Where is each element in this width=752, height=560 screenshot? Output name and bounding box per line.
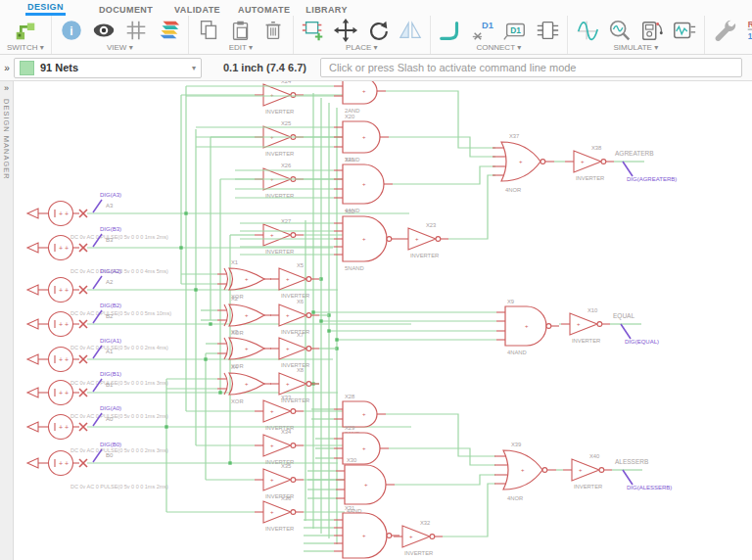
output-net-ALESSERB[interactable]: ALESSERBDIG(ALESSERB)	[615, 458, 672, 490]
gate-X26[interactable]: +X26INVERTER	[220, 163, 345, 199]
wire[interactable]	[395, 475, 495, 485]
group-label-place[interactable]: PLACE ▾	[346, 43, 377, 54]
group-label-simulate[interactable]: SIMULATE ▾	[613, 43, 658, 54]
group-label-view[interactable]: VIEW ▾	[107, 43, 133, 54]
group-edit: EDIT ▾	[189, 16, 294, 54]
probe-icon[interactable]	[607, 18, 633, 43]
gate-X36[interactable]: +X36INVERTER	[166, 495, 345, 532]
delete-icon[interactable]	[260, 18, 286, 43]
group-modify: R210k MODIFY ▾	[705, 16, 752, 54]
sine-wave-icon[interactable]	[575, 18, 600, 43]
svg-text:X25: X25	[281, 120, 291, 126]
switch-project-icon[interactable]	[13, 18, 38, 43]
svg-text:X3: X3	[231, 329, 238, 335]
schematic-canvas[interactable]: + +DIG(A3)A3DC 0v AC 0 PULSE(0 5v 0 0 0 …	[14, 81, 752, 560]
wire-junction	[194, 288, 197, 291]
grid-coordinates-readout: 0.1 inch (7.4 6.7)	[223, 62, 306, 73]
output-net-AGREATERB[interactable]: AGREATERBDIG(AGREATERB)	[615, 150, 677, 182]
mirror-icon[interactable]	[398, 18, 423, 43]
svg-text:X10: X10	[588, 307, 597, 313]
svg-text:X7: X7	[297, 332, 304, 338]
svg-text:+: +	[362, 88, 366, 94]
attribute-icon[interactable]: R210k	[744, 18, 752, 43]
gate-X31[interactable]: +X315NAND	[304, 505, 400, 560]
dig-net-label: DIG(B3)	[100, 226, 121, 232]
grid-icon[interactable]	[123, 18, 149, 43]
rotate-icon[interactable]	[365, 18, 391, 43]
gate-X34[interactable]: +X34INVERTER	[196, 429, 345, 465]
svg-text:A1: A1	[106, 349, 114, 354]
gate-X35[interactable]: +X35INVERTER	[206, 463, 345, 499]
move-icon[interactable]	[333, 18, 358, 43]
wrench-icon[interactable]	[712, 18, 737, 43]
group-label-connect[interactable]: CONNECT ▾	[476, 43, 521, 54]
design-manager-strip[interactable]: » DESIGN MANAGER	[0, 81, 14, 560]
gate-X6[interactable]: +X6INVERTER	[270, 299, 329, 335]
gate-X37[interactable]: +X374NOR	[493, 133, 554, 193]
group-label-switch[interactable]: SWITCH ▾	[7, 43, 44, 54]
dig-net-label: DIG(AGREATERB)	[627, 176, 677, 182]
eye-icon[interactable]	[91, 18, 117, 43]
svg-text:+ +: + +	[59, 424, 69, 431]
wire[interactable]	[386, 91, 495, 148]
wire[interactable]	[448, 175, 495, 239]
nets-dropdown[interactable]: 91 Nets ▾	[14, 58, 202, 78]
svg-text:10k: 10k	[748, 31, 752, 41]
voltage-source-A2[interactable]: + +DIG(A2)A2DC 0v AC 0 PULSE(0 5v 0 0 0 …	[27, 268, 171, 316]
svg-text:+: +	[362, 445, 366, 451]
tab-validate[interactable]: VALIDATE	[172, 3, 222, 16]
group-label-edit[interactable]: EDIT ▾	[229, 43, 253, 54]
tab-library[interactable]: LIBRARY	[304, 3, 349, 16]
wire-junction	[218, 391, 221, 394]
gate-X9[interactable]: +X94NAND	[496, 299, 559, 355]
command-line-input[interactable]	[320, 58, 742, 77]
schematic-svg[interactable]: + +DIG(A3)A3DC 0v AC 0 PULSE(0 5v 0 0 0 …	[14, 81, 752, 560]
wire-junction	[335, 338, 338, 341]
gate-X23[interactable]: +X23INVERTER	[400, 222, 448, 258]
svg-text:+: +	[270, 443, 274, 448]
place-component-icon[interactable]	[301, 18, 326, 43]
gate-X39[interactable]: +X394NOR	[494, 442, 556, 501]
svg-text:i: i	[70, 23, 72, 37]
svg-text:X31: X31	[345, 505, 354, 511]
wire[interactable]	[386, 414, 495, 456]
wire[interactable]	[389, 137, 495, 157]
tab-design[interactable]: DESIGN	[25, 0, 66, 16]
voltage-source-A3[interactable]: + +DIG(A3)A3DC 0v AC 0 PULSE(0 5v 0 0 0 …	[27, 192, 168, 240]
expand-panel-icon[interactable]: »	[4, 83, 9, 93]
panel-collapse-icon[interactable]: »	[0, 63, 14, 73]
svg-text:+ +: + +	[59, 390, 69, 397]
gate-X7[interactable]: +X7INVERTER	[270, 332, 337, 368]
dig-net-label: DIG(A1)	[100, 338, 121, 344]
gate-X1[interactable]: +X1XOR	[181, 259, 271, 300]
net-label-icon[interactable]: D1	[470, 18, 495, 43]
voltage-source-B1[interactable]: + +DIG(B1)B1DC 0v AC 0 PULSE(0 5v 0 0 0 …	[27, 371, 168, 419]
wire-junction	[327, 329, 330, 332]
tab-automate[interactable]: AUTOMATE	[236, 3, 292, 16]
svg-text:INVERTER: INVERTER	[410, 253, 439, 258]
layers-icon[interactable]	[156, 18, 181, 43]
tab-document[interactable]: DOCUMENT	[97, 3, 155, 16]
copy-icon[interactable]	[196, 18, 221, 43]
oscilloscope-icon[interactable]	[672, 18, 697, 43]
net-port-icon[interactable]	[535, 18, 560, 43]
output-net-EQUAL[interactable]: EQUALDIG(EQUAL)	[613, 312, 659, 345]
gate-X4[interactable]: +X4XOR	[166, 364, 271, 404]
svg-text:X35: X35	[281, 463, 291, 469]
gate-X25[interactable]: +X25INVERTER	[211, 120, 345, 157]
group-place: PLACE ▾	[294, 16, 431, 54]
multimeter-icon[interactable]	[639, 18, 665, 43]
info-icon[interactable]: i	[59, 18, 84, 43]
gate-X32[interactable]: +X32INVERTER	[394, 520, 443, 556]
svg-text:INVERTER: INVERTER	[281, 362, 309, 368]
net-label-leader	[93, 276, 102, 289]
svg-text:X24: X24	[281, 81, 292, 84]
svg-text:A3: A3	[106, 203, 114, 209]
svg-text:+: +	[519, 159, 523, 164]
net-flag-icon[interactable]: D1	[502, 18, 528, 43]
wire-icon[interactable]	[438, 18, 463, 43]
wire[interactable]	[443, 484, 495, 537]
wire[interactable]	[393, 166, 495, 184]
svg-text:INVERTER: INVERTER	[404, 550, 433, 556]
paste-icon[interactable]	[228, 18, 254, 43]
